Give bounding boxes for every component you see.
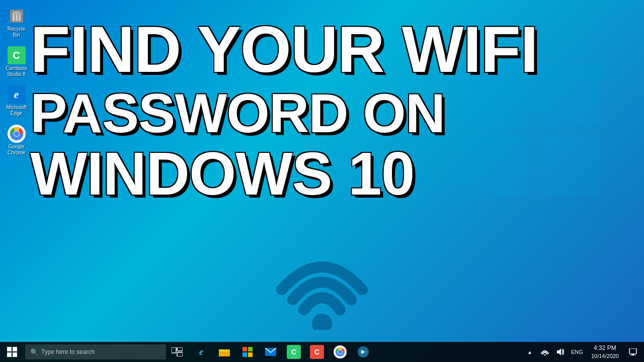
svg-rect-25	[243, 347, 247, 351]
svg-point-35	[544, 354, 545, 356]
search-placeholder: Type here to search	[41, 348, 95, 355]
taskbar-store[interactable]	[236, 342, 259, 362]
svg-rect-27	[243, 352, 247, 357]
svg-rect-15	[7, 347, 12, 351]
svg-rect-8	[13, 14, 15, 21]
taskbar-file-explorer[interactable]	[213, 342, 235, 362]
search-icon: 🔍	[30, 348, 38, 356]
title-line3: WINDOWS 10	[30, 142, 644, 205]
main-title: FIND YOUR WIFI PASSWORD ON WINDOWS 10	[30, 15, 644, 205]
taskview-button[interactable]	[166, 342, 188, 362]
taskbar-chrome[interactable]	[329, 342, 351, 362]
taskbar-camtasia2[interactable]: C	[306, 342, 328, 362]
chrome-icon	[8, 125, 26, 143]
volume-icon[interactable]	[553, 342, 567, 362]
wifi-icon	[272, 249, 372, 332]
svg-rect-37	[629, 348, 636, 354]
svg-rect-6	[13, 12, 20, 13]
show-hidden-icons-button[interactable]: ▲	[523, 342, 537, 362]
network-icon[interactable]	[538, 342, 552, 362]
title-line2: PASSWORD ON	[30, 84, 644, 142]
clock-time: 4:32 PM	[594, 344, 616, 352]
camtasia-label: Camtasia Studio 8	[5, 65, 28, 77]
language-indicator[interactable]: ENG	[568, 342, 586, 362]
camtasia-icon: C	[8, 46, 26, 64]
svg-rect-21	[177, 352, 183, 356]
svg-rect-39	[630, 355, 635, 355]
edge-icon: e	[8, 85, 26, 104]
svg-point-14	[14, 131, 19, 136]
desktop-icon-edge[interactable]: e Microsoft Edge	[3, 83, 30, 119]
desktop: FIND YOUR WIFI PASSWORD ON WINDOWS 10	[0, 0, 644, 362]
desktop-icon-camtasia[interactable]: C Camtasia Studio 8	[3, 44, 30, 79]
taskbar-edge[interactable]: e	[190, 342, 212, 362]
chrome-label: Google Chrome	[5, 144, 28, 156]
desktop-icon-chrome[interactable]: Google Chrome	[3, 123, 30, 158]
clock-date: 10/14/2020	[591, 352, 619, 360]
svg-rect-26	[248, 347, 253, 351]
start-button[interactable]	[0, 342, 24, 362]
svg-rect-9	[16, 14, 18, 21]
action-center-button[interactable]	[624, 342, 642, 362]
recycle-bin-label: Recycle Bin	[5, 26, 28, 38]
recycle-bin-icon	[8, 7, 26, 25]
svg-rect-17	[7, 352, 12, 357]
svg-rect-16	[13, 347, 17, 351]
svg-marker-36	[557, 348, 561, 355]
taskbar-unknown-app[interactable]	[352, 342, 374, 362]
svg-point-4	[312, 314, 332, 330]
svg-rect-28	[248, 352, 253, 357]
taskbar-camtasia[interactable]: C	[283, 342, 305, 362]
desktop-icons: Recycle Bin C Camtasia Studio 8 e Micros…	[3, 5, 30, 158]
desktop-icon-recycle-bin[interactable]: Recycle Bin	[3, 5, 30, 40]
taskbar: 🔍 Type here to search e	[0, 342, 644, 362]
svg-rect-18	[13, 352, 17, 357]
taskbar-mail[interactable]	[260, 342, 282, 362]
system-tray: ▲ ENG 4:32 PM	[523, 342, 644, 362]
taskbar-apps: e	[190, 342, 374, 362]
svg-rect-10	[19, 14, 21, 21]
svg-rect-7	[12, 13, 22, 14]
taskbar-search[interactable]: 🔍 Type here to search	[25, 344, 166, 359]
title-line1: FIND YOUR WIFI	[30, 15, 644, 84]
svg-point-33	[338, 350, 342, 354]
svg-rect-20	[177, 347, 183, 351]
svg-rect-19	[172, 347, 176, 353]
system-clock[interactable]: 4:32 PM 10/14/2020	[587, 342, 623, 362]
edge-label: Microsoft Edge	[5, 105, 28, 117]
